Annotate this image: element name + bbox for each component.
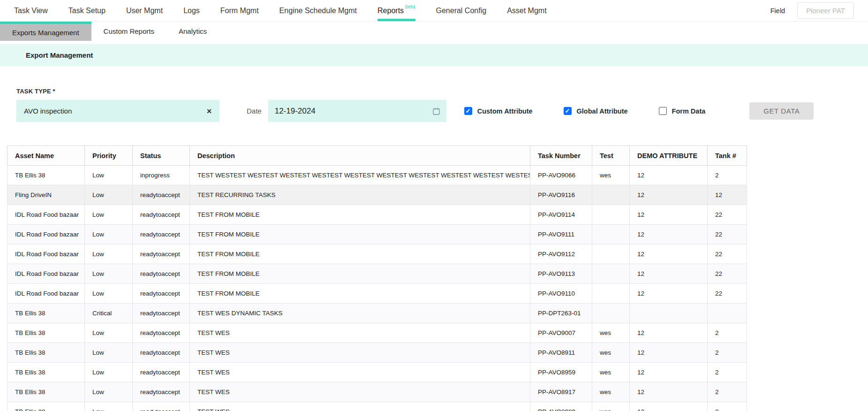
nav-item-label: Logs <box>183 7 200 15</box>
checkbox-label: Form Data <box>672 107 706 115</box>
table-cell: PP-AVO9111 <box>530 225 592 244</box>
get-data-button[interactable]: GET DATA <box>749 102 814 120</box>
table-cell: IDL Road Food bazaar <box>8 244 85 264</box>
table-cell: 12 <box>630 166 708 185</box>
table-cell: wes <box>592 382 630 402</box>
clear-icon[interactable]: ✕ <box>206 108 212 114</box>
table-row[interactable]: TB Ellis 38LowreadytoacceptTEST WESPP-AV… <box>8 363 747 382</box>
table-cell: PP-AVO9116 <box>530 185 592 205</box>
table-cell: Low <box>85 284 133 304</box>
table-cell: Low <box>85 264 133 284</box>
date-input[interactable]: 12-19-2024 <box>268 100 446 122</box>
table-cell: readytoaccept <box>133 323 190 343</box>
checkbox-checked-icon[interactable]: ✓ <box>564 107 572 115</box>
tab-analytics[interactable]: Analytics <box>166 22 219 41</box>
table-cell: IDL Road Food bazaar <box>8 264 85 284</box>
date-label: Date <box>247 107 262 115</box>
nav-item-task-setup[interactable]: Task Setup <box>68 0 106 21</box>
table-cell: PP-AVO9113 <box>530 264 592 284</box>
table-cell: TEST WES <box>190 323 530 343</box>
table-cell <box>708 304 747 323</box>
table-cell: TEST FROM MOBILE <box>190 225 530 244</box>
table-row[interactable]: TB Ellis 38CriticalreadytoacceptTEST WES… <box>8 304 747 323</box>
table-cell: TB Ellis 38 <box>8 363 85 382</box>
table-cell: TEST WES <box>190 343 530 363</box>
nav-item-form-mgmt[interactable]: Form Mgmt <box>220 0 259 21</box>
table-body: TB Ellis 38LowinprogressTEST WESTEST WES… <box>8 166 747 411</box>
table-row[interactable]: TB Ellis 38LowreadytoacceptTEST WESPP-AV… <box>8 402 747 411</box>
table-row[interactable]: TB Ellis 38LowinprogressTEST WESTEST WES… <box>8 166 747 185</box>
table-row[interactable]: IDL Road Food bazaarLowreadytoacceptTEST… <box>8 225 747 244</box>
table-row[interactable]: IDL Road Food bazaarLowreadytoacceptTEST… <box>8 205 747 225</box>
checkbox-checked-icon[interactable]: ✓ <box>464 107 472 115</box>
check-tick-icon: ✓ <box>565 108 570 114</box>
table-cell <box>592 264 630 284</box>
checkbox-item-form-data[interactable]: Form Data <box>659 107 706 115</box>
column-header-description[interactable]: Description <box>190 146 530 166</box>
column-header-demo-attribute[interactable]: DEMO ATTRIBUTE <box>630 146 708 166</box>
table-cell: Low <box>85 166 133 185</box>
table-cell <box>592 225 630 244</box>
tab-custom-reports[interactable]: Custom Reports <box>91 22 166 41</box>
top-nav: Task ViewTask SetupUser MgmtLogsForm Mgm… <box>0 0 868 22</box>
nav-item-user-mgmt[interactable]: User Mgmt <box>126 0 163 21</box>
table-row[interactable]: IDL Road Food bazaarLowreadytoacceptTEST… <box>8 244 747 264</box>
table-cell: PP-AVO8989 <box>530 402 592 411</box>
table-cell: 2 <box>708 166 747 185</box>
top-nav-right: Field Pioneer PAT <box>770 0 854 21</box>
table-cell: TEST RECURRING TASKS <box>190 185 530 205</box>
table-row[interactable]: TB Ellis 38LowreadytoacceptTEST WESPP-AV… <box>8 382 747 402</box>
table-cell: 2 <box>708 323 747 343</box>
nav-item-engine-schedule-mgmt[interactable]: Engine Schedule Mgmt <box>279 0 357 21</box>
table-cell: readytoaccept <box>133 343 190 363</box>
table-row[interactable]: TB Ellis 38LowreadytoacceptTEST WESPP-AV… <box>8 323 747 343</box>
nav-item-logs[interactable]: Logs <box>183 0 200 21</box>
task-type-input[interactable]: AVO inspection ✕ <box>16 100 219 122</box>
nav-item-task-view[interactable]: Task View <box>14 0 48 21</box>
column-header-test[interactable]: Test <box>592 146 630 166</box>
table-cell: readytoaccept <box>133 382 190 402</box>
table-cell: 12 <box>630 382 708 402</box>
filter-section: TASK TYPE * AVO inspection ✕ Date 12-19-… <box>0 66 868 122</box>
table-cell: PP-AVO8911 <box>530 343 592 363</box>
checkbox-item-global-attribute[interactable]: ✓Global Attribute <box>564 107 628 115</box>
table-cell: PP-AVO9007 <box>530 323 592 343</box>
table-cell: Low <box>85 323 133 343</box>
table-row[interactable]: IDL Road Food bazaarLowreadytoacceptTEST… <box>8 264 747 284</box>
page-banner: Export Management <box>0 44 868 66</box>
table-cell: wes <box>592 323 630 343</box>
table-cell: 12 <box>630 284 708 304</box>
page-title: Export Management <box>26 51 93 59</box>
table-cell: TEST FROM MOBILE <box>190 284 530 304</box>
tab-exports-management[interactable]: Exports Management <box>0 22 91 41</box>
table-cell: PP-AVO8959 <box>530 363 592 382</box>
column-header-task-number[interactable]: Task Number <box>530 146 592 166</box>
table-cell: TEST WES <box>190 363 530 382</box>
table-cell: readytoaccept <box>133 284 190 304</box>
table-cell <box>592 284 630 304</box>
nav-item-reports[interactable]: Reportsbeta <box>377 0 415 21</box>
checkbox-item-custom-attribute[interactable]: ✓Custom Attribute <box>464 107 533 115</box>
table-cell: Low <box>85 382 133 402</box>
table-row[interactable]: IDL Road Food bazaarLowreadytoacceptTEST… <box>8 284 747 304</box>
table-header-row: Asset NamePriorityStatusDescriptionTask … <box>8 146 747 166</box>
table-cell <box>592 304 630 323</box>
column-header-tank[interactable]: Tank # <box>708 146 747 166</box>
column-header-asset-name[interactable]: Asset Name <box>8 146 85 166</box>
table-cell: 2 <box>708 363 747 382</box>
date-value: 12-19-2024 <box>275 107 433 116</box>
column-header-priority[interactable]: Priority <box>85 146 133 166</box>
checkbox-label: Custom Attribute <box>477 107 533 115</box>
checkbox-unchecked-icon[interactable] <box>659 107 667 115</box>
column-header-status[interactable]: Status <box>133 146 190 166</box>
table-cell: readytoaccept <box>133 244 190 264</box>
table-cell: 12 <box>630 343 708 363</box>
nav-item-general-config[interactable]: General Config <box>436 0 487 21</box>
user-button[interactable]: Pioneer PAT <box>797 2 854 19</box>
table-row[interactable]: TB Ellis 38LowreadytoacceptTEST WESPP-AV… <box>8 343 747 363</box>
calendar-icon[interactable] <box>433 107 440 115</box>
table-row[interactable]: Fling DriveINLowreadytoacceptTEST RECURR… <box>8 185 747 205</box>
table-cell: TEST WES DYNAMIC TASKS <box>190 304 530 323</box>
nav-item-asset-mgmt[interactable]: Asset Mgmt <box>507 0 546 21</box>
table-cell: readytoaccept <box>133 402 190 411</box>
